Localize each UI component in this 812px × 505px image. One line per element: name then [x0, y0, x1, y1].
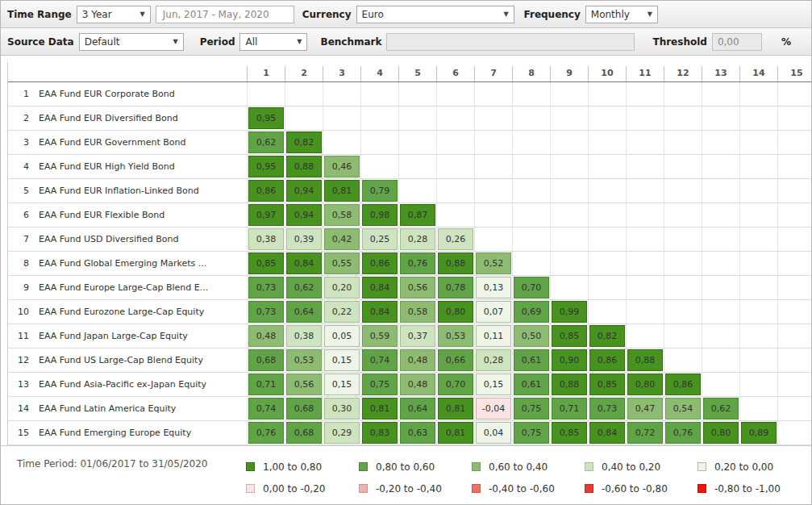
- row-number: 9: [8, 282, 29, 293]
- matrix-column-header: 9: [550, 66, 588, 81]
- correlation-value: 0,26: [438, 228, 473, 250]
- correlation-value: 0,69: [514, 301, 549, 323]
- matrix-cell: [777, 397, 812, 420]
- row-label: 11EAA Fund Japan Large-Cap Equity: [8, 324, 247, 348]
- threshold-input[interactable]: [712, 33, 762, 51]
- row-number: 3: [8, 137, 29, 148]
- legend-item: -0,20 to -0,40: [359, 483, 472, 495]
- legend: 1,00 to 0,800,80 to 0,600,60 to 0,400,40…: [246, 456, 810, 499]
- correlation-value: 0,86: [665, 374, 701, 395]
- matrix-cell: 0,71: [550, 397, 588, 420]
- correlation-value: 0,73: [248, 301, 284, 323]
- matrix-cell: [588, 155, 626, 178]
- correlation-value: 0,70: [514, 277, 549, 298]
- matrix-cell: [777, 373, 812, 396]
- row-label: 1EAA Fund EUR Corporate Bond: [8, 82, 247, 106]
- legend-swatch-icon: [697, 484, 706, 493]
- matrix-cell: [398, 131, 436, 154]
- matrix-cell: [739, 348, 777, 372]
- matrix-column-header: 15: [777, 66, 812, 81]
- time-range-select[interactable]: 3 Year ▼: [77, 6, 151, 23]
- period-label: Period: [200, 36, 235, 48]
- matrix-cell: [626, 276, 664, 299]
- matrix-cell: 0,84: [360, 276, 398, 299]
- matrix-cell: 0,87: [398, 203, 436, 227]
- correlation-value: 0,99: [552, 301, 587, 323]
- benchmark-input[interactable]: [386, 33, 635, 51]
- benchmark-label: Benchmark: [320, 36, 381, 48]
- matrix-cell: 0,76: [398, 252, 436, 275]
- matrix-cell: 0,97: [247, 203, 285, 227]
- matrix-cell: 0,72: [626, 421, 664, 444]
- correlation-value: 0,89: [741, 422, 777, 444]
- legend-item: 0,60 to 0,40: [472, 461, 585, 473]
- matrix-cell: 0,98: [360, 203, 398, 227]
- matrix-cell: [626, 324, 664, 348]
- matrix-cell: 0,22: [323, 300, 360, 323]
- legend-item: -0,60 to -0,80: [585, 483, 697, 495]
- matrix-cell: 0,81: [360, 397, 398, 420]
- row-number: 12: [8, 355, 29, 365]
- matrix-cell: 0,28: [474, 348, 512, 372]
- legend-swatch-icon: [359, 484, 368, 493]
- correlation-value: 0,13: [476, 277, 511, 298]
- correlation-value: 0,20: [324, 277, 360, 298]
- frequency-select[interactable]: Monthly ▼: [585, 6, 658, 23]
- matrix-cell: 0,90: [550, 348, 588, 372]
- matrix-cell: 0,73: [247, 276, 285, 299]
- period-select[interactable]: All ▼: [239, 33, 307, 51]
- matrix-cell: [702, 348, 739, 372]
- matrix-cell: [398, 155, 436, 178]
- matrix-cell: 0,94: [285, 203, 323, 227]
- legend-swatch-icon: [246, 484, 255, 493]
- matrix-cell: 0,75: [512, 421, 550, 444]
- correlation-value: 0,88: [438, 252, 473, 274]
- matrix-cell: 0,75: [360, 373, 398, 396]
- matrix-cell: [739, 131, 777, 154]
- matrix-cell: 0,68: [285, 421, 323, 444]
- date-range-display[interactable]: Jun, 2017 - May, 2020: [156, 6, 294, 23]
- chevron-down-icon: ▼: [503, 10, 508, 18]
- matrix-cell: [474, 227, 512, 251]
- time-period-text: Time Period: 01/06/2017 to 31/05/2020: [17, 456, 246, 499]
- matrix-cell: [739, 82, 777, 106]
- matrix-cell: [436, 82, 474, 106]
- fund-category-name: EAA Fund US Large-Cap Blend Equity: [39, 355, 203, 365]
- row-label: 15EAA Fund Emerging Europe Equity: [8, 421, 247, 444]
- matrix-cell: 0,80: [626, 373, 664, 396]
- currency-select[interactable]: Euro ▼: [356, 6, 514, 23]
- source-data-select[interactable]: Default ▼: [79, 33, 184, 51]
- matrix-cell: 0,86: [664, 373, 702, 396]
- matrix-cell: [512, 203, 550, 227]
- toolbar-primary: Time Range 3 Year ▼ Jun, 2017 - May, 202…: [1, 1, 811, 28]
- fund-category-name: EAA Fund Europe Large-Cap Blend E...: [39, 282, 208, 293]
- row-number: 15: [8, 428, 29, 438]
- matrix-cell: [550, 82, 588, 106]
- legend-item: 1,00 to 0,80: [246, 461, 359, 473]
- row-number: 1: [8, 89, 29, 99]
- correlation-value: 0,05: [324, 325, 360, 347]
- matrix-cell: [777, 348, 812, 372]
- matrix-cell: [777, 106, 812, 130]
- correlation-value: 0,80: [703, 422, 739, 444]
- row-number: 5: [8, 186, 29, 196]
- matrix-cell: 0,61: [512, 373, 550, 396]
- correlation-value: 0,75: [362, 374, 398, 395]
- matrix-cell: [398, 179, 436, 202]
- matrix-row: 3EAA Fund EUR Government Bond0,620,82: [8, 131, 811, 155]
- matrix-cell: 0,82: [285, 131, 323, 154]
- correlation-value: 0,62: [248, 131, 284, 153]
- fund-category-name: EAA Fund EUR Government Bond: [39, 137, 185, 148]
- matrix-cell: 0,58: [323, 203, 360, 227]
- matrix-cell: [512, 131, 550, 154]
- matrix-cell: [474, 131, 512, 154]
- matrix-cell: [247, 82, 285, 106]
- correlation-value: 0,07: [476, 301, 511, 323]
- matrix-cell: [398, 82, 436, 106]
- legend-swatch-icon: [585, 484, 593, 493]
- correlation-value: 0,62: [703, 398, 739, 419]
- correlation-value: 0,76: [400, 252, 435, 274]
- matrix-cell: [512, 155, 550, 178]
- row-label: 4EAA Fund EUR High Yield Bond: [8, 155, 247, 178]
- matrix-cell: 0,70: [512, 276, 550, 299]
